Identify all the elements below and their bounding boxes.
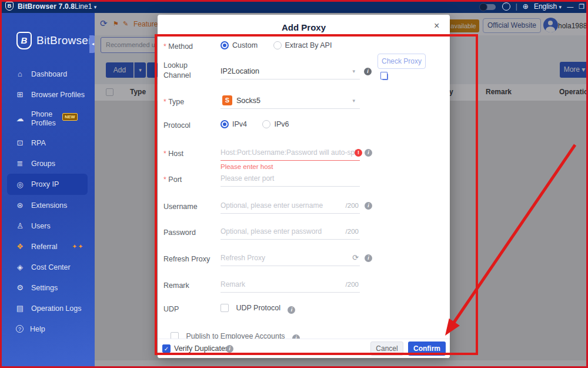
help-icon: ?: [16, 325, 24, 333]
sidebar-item-groups[interactable]: ≣Groups: [0, 153, 95, 174]
close-icon[interactable]: ×: [434, 21, 439, 31]
sidebar-item-browser-profiles[interactable]: ⊞Browser Profiles: [0, 84, 95, 105]
char-counter: /200: [346, 277, 359, 291]
remark-label: Remark: [163, 281, 218, 291]
info-icon[interactable]: i: [365, 202, 372, 210]
minimize-button[interactable]: —: [567, 3, 573, 10]
support-icon[interactable]: [502, 2, 510, 11]
radio-custom[interactable]: [220, 41, 229, 49]
sidebar-item-extensions[interactable]: ⊛Extensions: [0, 195, 95, 216]
sidebar-item-rpa[interactable]: ⊡RPA: [0, 132, 95, 153]
rpa-icon: ⊡: [15, 138, 25, 147]
lookup-channel-select[interactable]: IP2Location ▾: [220, 64, 360, 79]
radio-extract-api[interactable]: [273, 41, 282, 49]
remark-input[interactable]: Remark /200: [220, 277, 360, 293]
titlebar-separator: |: [516, 2, 517, 11]
radio-ipv4[interactable]: [220, 120, 229, 128]
chevron-down-icon: ▾: [94, 4, 97, 10]
publish-checkbox-label[interactable]: Publish to Employee Accounts: [186, 332, 285, 339]
radio-extract-api-label[interactable]: Extract By API: [285, 41, 332, 49]
publish-checkbox[interactable]: [171, 332, 179, 339]
puzzle-icon: ⊛: [15, 201, 25, 210]
home-icon: ⌂: [15, 69, 25, 78]
host-input[interactable]: Host:Port:Username:Password will auto-sp…: [220, 145, 360, 161]
sparkle-icon: ✦✦: [72, 243, 84, 250]
chevron-down-icon: ▾: [352, 68, 355, 74]
sidebar-item-proxy-ip[interactable]: ◎Proxy IP: [7, 174, 88, 195]
confirm-button[interactable]: Confirm: [408, 342, 446, 356]
language-selector[interactable]: English ▾: [534, 2, 562, 11]
radio-ipv4-label[interactable]: IPv4: [232, 120, 247, 128]
brand: B BitBrowser: [16, 32, 92, 49]
sidebar-item-phone-profiles[interactable]: ☁Phone ProfilesNEW: [0, 105, 95, 132]
shield-dollar-icon: ◈: [15, 263, 25, 271]
line-selector[interactable]: Line1 ▾: [75, 2, 96, 11]
radio-custom-label[interactable]: Custom: [232, 41, 258, 49]
refresh-icon[interactable]: ⟳: [352, 251, 359, 265]
username-label: Username: [163, 202, 218, 212]
copy-icon[interactable]: [382, 74, 388, 80]
refresh-proxy-input[interactable]: Refresh Proxy ⟳: [220, 251, 360, 266]
cancel-button[interactable]: Cancel: [370, 342, 403, 356]
verify-duplicates-label[interactable]: Verify Duplicates: [174, 344, 229, 353]
lookup-channel-label: LookupChannel: [163, 61, 218, 81]
sidebar-item-cost-center[interactable]: ◈Cost Center: [0, 257, 95, 277]
info-icon[interactable]: i: [226, 345, 233, 353]
add-proxy-modal: Add Proxy × Method Custom Extract By API…: [158, 15, 450, 358]
info-icon[interactable]: i: [292, 334, 300, 339]
radio-ipv6[interactable]: [262, 120, 270, 128]
sidebar: B BitBrowser ⌂Dashboard ⊞Browser Profile…: [0, 13, 95, 368]
password-label: Password: [163, 228, 218, 238]
sidebar-item-help[interactable]: ?Help: [0, 319, 95, 339]
sidebar-item-users[interactable]: ♙Users: [0, 216, 95, 236]
sidebar-item-dashboard[interactable]: ⌂Dashboard: [0, 64, 95, 84]
type-label: Type: [163, 97, 218, 107]
type-select[interactable]: S Socks5 ▾: [220, 94, 360, 109]
window-titlebar: B BitBrowser 7.0.8 Line1 ▾ | ⊕ English ▾…: [0, 0, 588, 13]
radio-ipv6-label[interactable]: IPv6: [274, 120, 289, 128]
port-input[interactable]: Please enter port: [220, 171, 360, 187]
theme-toggle[interactable]: [479, 3, 497, 11]
chevron-down-icon: ▾: [352, 98, 355, 104]
sidebar-item-operation-logs[interactable]: ▤Operation Logs: [0, 298, 95, 319]
udp-checkbox-label[interactable]: UDP Protocol: [236, 304, 280, 312]
socks-badge-icon: S: [222, 95, 232, 105]
brand-shield-icon: B: [16, 32, 32, 49]
host-label: Host: [163, 149, 218, 159]
modal-title: Add Proxy: [158, 22, 450, 32]
method-label: Method: [163, 42, 218, 52]
cloud-phone-icon: ☁: [15, 114, 25, 123]
user-icon: ♙: [15, 221, 25, 230]
referral-icon: ❖: [15, 242, 25, 251]
globe-icon: ⊕: [523, 2, 529, 11]
sidebar-item-settings[interactable]: ⚙Settings: [0, 277, 95, 298]
char-counter: /200: [346, 198, 359, 213]
udp-checkbox[interactable]: [220, 304, 229, 312]
host-error-message: Please enter host: [220, 163, 273, 170]
layers-icon: ≣: [15, 159, 25, 168]
app-title: BitBrowser 7.0.8: [18, 2, 75, 11]
protocol-label: Protocol: [163, 121, 218, 131]
udp-label: UDP: [163, 304, 218, 314]
port-label: Port: [163, 175, 218, 185]
app-logo-icon: B: [5, 2, 14, 11]
info-icon[interactable]: i: [365, 254, 372, 262]
brand-name: BitBrowser: [36, 34, 92, 47]
location-pin-icon: ◎: [15, 180, 25, 189]
grid-icon: ⊞: [15, 90, 25, 99]
info-icon[interactable]: i: [288, 306, 295, 314]
chevron-down-icon: ▾: [559, 4, 562, 10]
info-icon[interactable]: i: [365, 149, 372, 157]
modal-footer: ✓ Verify Duplicates i Cancel Confirm: [158, 339, 450, 358]
verify-duplicates-checkbox[interactable]: ✓: [162, 344, 171, 353]
new-badge: NEW: [62, 113, 78, 121]
gear-icon: ⚙: [15, 283, 25, 292]
info-icon[interactable]: i: [364, 68, 372, 75]
error-icon: !: [355, 149, 362, 157]
maximize-button[interactable]: ❐: [579, 3, 584, 11]
refresh-proxy-label: Refresh Proxy: [163, 254, 218, 264]
username-input[interactable]: Optional, please enter username /200: [220, 198, 360, 214]
sidebar-item-referral[interactable]: ❖Referral✦✦: [0, 236, 95, 257]
password-input[interactable]: Optional, please enter password /200: [220, 224, 360, 240]
check-proxy-button[interactable]: Check Proxy: [377, 54, 426, 69]
